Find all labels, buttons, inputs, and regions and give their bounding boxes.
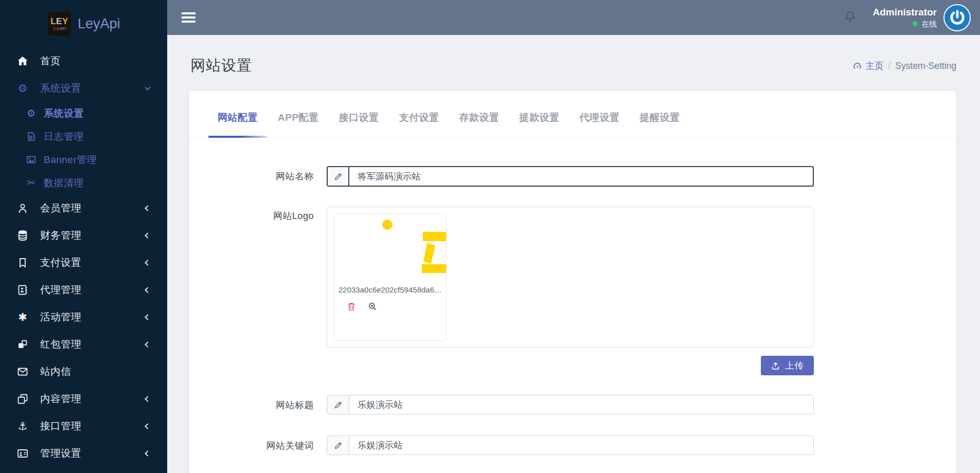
sidebar-item-label: 红包管理 bbox=[40, 337, 81, 351]
chevron-left-icon bbox=[145, 341, 150, 347]
sidebar-subitem-system-settings[interactable]: ⚙ 系统设置 bbox=[0, 102, 167, 125]
breadcrumb-home-label: 主页 bbox=[865, 60, 883, 72]
sidebar-item-label: 系统设置 bbox=[40, 81, 81, 95]
tab-reminder-settings[interactable]: 提醒设置 bbox=[631, 91, 689, 137]
tab-app-config[interactable]: APP配置 bbox=[269, 91, 328, 137]
site-title-label: 网站标题 bbox=[189, 395, 327, 415]
logo-filename: 22033a0c6e202cf59458da6… bbox=[334, 280, 446, 294]
sidebar-item-admin-settings[interactable]: 管理设置 bbox=[0, 440, 167, 467]
sidebar-item-red-packet-management[interactable]: 红包管理 bbox=[0, 331, 167, 358]
home-icon bbox=[15, 55, 30, 67]
main-content: 网站设置 主页 / System-Setting 网站配置 APP配置 接口设置… bbox=[167, 35, 980, 473]
page-head: 网站设置 主页 / System-Setting bbox=[167, 35, 980, 76]
gauge-icon bbox=[852, 61, 862, 71]
bell-icon[interactable] bbox=[843, 10, 857, 26]
site-title-input[interactable] bbox=[349, 395, 814, 414]
user-status: 在线 bbox=[872, 19, 937, 29]
zoom-in-icon[interactable] bbox=[367, 301, 378, 312]
user-icon bbox=[15, 202, 30, 214]
site-title-input-group bbox=[327, 395, 814, 414]
logo-preview-image bbox=[334, 214, 446, 280]
sidebar-nav: 首页 ⚙ 系统设置 ⚙ 系统设置 日志管理 Banner管理 ✂ 数据清理 会员… bbox=[0, 47, 167, 467]
settings-tabs: 网站配置 APP配置 接口设置 支付设置 存款设置 提款设置 代理设置 提醒设置 bbox=[189, 91, 956, 138]
brand-logo: LEY 乐媒API bbox=[48, 12, 71, 35]
settings-card: 网站配置 APP配置 接口设置 支付设置 存款设置 提款设置 代理设置 提醒设置… bbox=[189, 91, 956, 473]
pencil-icon bbox=[327, 166, 349, 187]
sidebar-item-label: 代理管理 bbox=[40, 283, 81, 297]
hamburger-menu-icon[interactable] bbox=[182, 12, 195, 23]
sidebar-item-system-settings-parent[interactable]: ⚙ 系统设置 bbox=[0, 75, 167, 102]
logo-actions bbox=[334, 301, 446, 312]
id-card-icon bbox=[15, 447, 30, 460]
tab-site-config[interactable]: 网站配置 bbox=[208, 91, 267, 137]
logo-upload-panel: 22033a0c6e202cf59458da6… bbox=[327, 207, 814, 348]
chevron-left-icon bbox=[145, 314, 150, 320]
copy-icon bbox=[15, 393, 30, 405]
sidebar: LEY 乐媒API LeyApi 首页 ⚙ 系统设置 ⚙ 系统设置 日志管理 B… bbox=[0, 0, 167, 473]
brand-logo-text: LEY bbox=[50, 17, 68, 26]
upload-button[interactable]: 上传 bbox=[761, 356, 814, 375]
anchor-icon: ⚓ bbox=[15, 420, 30, 432]
sidebar-item-label: 日志管理 bbox=[44, 130, 84, 143]
sidebar-item-payment-settings[interactable]: 支付设置 bbox=[0, 249, 167, 276]
sidebar-item-label: 管理设置 bbox=[40, 446, 81, 460]
sidebar-item-activity-management[interactable]: ✱ 活动管理 bbox=[0, 303, 167, 331]
trash-icon[interactable] bbox=[346, 301, 357, 312]
sidebar-item-label: 内容管理 bbox=[40, 392, 81, 406]
chevron-left-icon bbox=[145, 232, 150, 238]
sidebar-item-label: 系统设置 bbox=[44, 107, 84, 120]
site-keywords-label: 网站关键词 bbox=[189, 435, 327, 456]
upload-row: 上传 bbox=[327, 356, 814, 375]
gear-icon: ⚙ bbox=[25, 107, 38, 119]
tab-withdraw-settings[interactable]: 提款设置 bbox=[510, 91, 569, 137]
upload-button-label: 上传 bbox=[785, 359, 804, 372]
brand-logo-subtext: 乐媒API bbox=[53, 27, 66, 31]
brand[interactable]: LEY 乐媒API LeyApi bbox=[0, 0, 167, 47]
gears-icon: ⚙ bbox=[15, 82, 30, 95]
tab-payment-settings[interactable]: 支付设置 bbox=[390, 91, 449, 137]
sidebar-subitem-log-management[interactable]: 日志管理 bbox=[0, 125, 167, 148]
sidebar-item-home[interactable]: 首页 bbox=[0, 47, 167, 75]
sidebar-item-member-management[interactable]: 会员管理 bbox=[0, 194, 167, 222]
form-row-site-name: 网站名称 bbox=[189, 166, 956, 187]
chevron-left-icon bbox=[145, 260, 150, 265]
sidebar-item-label: 会员管理 bbox=[40, 201, 81, 215]
sidebar-item-agent-management[interactable]: 代理管理 bbox=[0, 276, 167, 303]
tab-panel-site-config: 网站名称 网站Logo bbox=[189, 138, 956, 473]
logo-preview-card: 22033a0c6e202cf59458da6… bbox=[334, 214, 447, 341]
avatar[interactable] bbox=[943, 4, 971, 31]
breadcrumb-separator: / bbox=[888, 61, 890, 71]
tab-agent-settings[interactable]: 代理设置 bbox=[571, 91, 629, 137]
sidebar-item-label: 财务管理 bbox=[40, 228, 81, 242]
sidebar-subitem-banner-management[interactable]: Banner管理 bbox=[0, 148, 167, 171]
breadcrumb-home-link[interactable]: 主页 bbox=[852, 60, 883, 72]
sidebar-item-api-management[interactable]: ⚓ 接口管理 bbox=[0, 412, 167, 440]
user-name: Administrator bbox=[872, 6, 937, 19]
chevron-left-icon bbox=[145, 287, 150, 293]
sidebar-item-site-mail[interactable]: 站内信 bbox=[0, 358, 167, 385]
user-block[interactable]: Administrator 在线 bbox=[872, 6, 937, 29]
form-row-site-keywords: 网站关键词 bbox=[189, 435, 956, 456]
user-status-label: 在线 bbox=[921, 19, 937, 29]
sidebar-item-label: Banner管理 bbox=[44, 153, 97, 167]
tab-api-settings[interactable]: 接口设置 bbox=[330, 91, 388, 137]
form-row-site-title: 网站标题 bbox=[189, 395, 956, 415]
site-keywords-input[interactable] bbox=[349, 435, 814, 455]
sidebar-item-finance-management[interactable]: 财务管理 bbox=[0, 222, 167, 249]
chevron-down-icon bbox=[145, 84, 150, 90]
app-name: LeyApi bbox=[78, 16, 120, 32]
pencil-icon bbox=[327, 395, 349, 414]
sidebar-item-label: 支付设置 bbox=[40, 256, 81, 269]
online-dot-icon bbox=[913, 21, 918, 26]
sidebar-item-label: 站内信 bbox=[40, 365, 71, 378]
site-name-input[interactable] bbox=[349, 166, 814, 187]
sidebar-item-label: 数据清理 bbox=[44, 176, 84, 190]
chevron-left-icon bbox=[145, 396, 150, 402]
site-name-input-group bbox=[327, 166, 814, 187]
sidebar-subitem-data-cleanup[interactable]: ✂ 数据清理 bbox=[0, 171, 167, 194]
tab-deposit-settings[interactable]: 存款设置 bbox=[450, 91, 509, 137]
address-book-icon bbox=[15, 284, 30, 296]
sidebar-item-content-management[interactable]: 内容管理 bbox=[0, 385, 167, 412]
breadcrumb-current: System-Setting bbox=[895, 61, 956, 71]
topbar: Administrator 在线 bbox=[167, 0, 980, 35]
